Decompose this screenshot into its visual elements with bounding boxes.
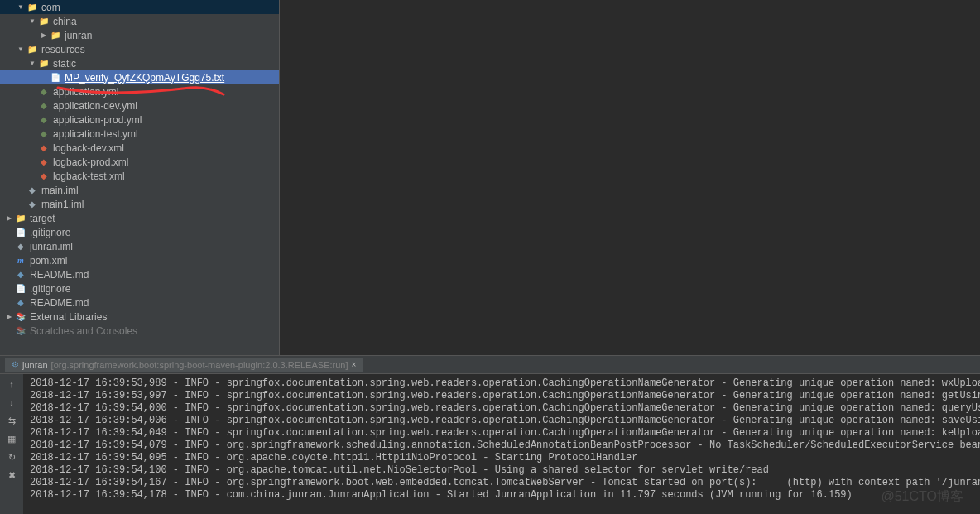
- tree-item[interactable]: ◆main.iml: [0, 183, 279, 197]
- tree-item[interactable]: ◆logback-test.xml: [0, 169, 279, 183]
- folder-icon: 📁: [50, 30, 61, 41]
- yml-icon: ◆: [38, 114, 50, 126]
- expand-arrow-icon[interactable]: ▶: [40, 31, 48, 39]
- xml-icon: ◆: [38, 156, 50, 168]
- editor-area: [280, 0, 980, 355]
- tree-item[interactable]: ▶📚External Libraries: [0, 310, 279, 324]
- tree-item[interactable]: ◆logback-prod.xml: [0, 155, 279, 169]
- console-gutter: ↑↓⇆▦↻✖: [0, 374, 23, 514]
- ext-icon: 📚: [15, 311, 26, 323]
- tree-item-label: junran.iml: [30, 241, 73, 252]
- expand-arrow-icon[interactable]: ▼: [17, 46, 25, 53]
- tree-item-label: README.md: [30, 297, 89, 309]
- close-icon[interactable]: ×: [351, 360, 356, 369]
- expand-arrow-icon[interactable]: ▼: [17, 3, 25, 11]
- tree-item[interactable]: ◆application-test.yml: [0, 127, 279, 141]
- tree-item-label: junran: [65, 30, 92, 41]
- ext-icon: 📚: [15, 325, 26, 337]
- expand-arrow-icon[interactable]: ▼: [28, 17, 36, 25]
- md-icon: ◆: [15, 297, 26, 309]
- yml-icon: ◆: [38, 86, 50, 98]
- tree-item-label: resources: [41, 44, 85, 55]
- tree-item-label: External Libraries: [30, 311, 107, 323]
- tree-item-label: README.md: [30, 269, 89, 281]
- gutter-button[interactable]: ↻: [5, 450, 18, 464]
- tree-item[interactable]: ◆logback-dev.xml: [0, 141, 279, 155]
- tree-item[interactable]: ◆README.md: [0, 267, 279, 281]
- tree-item-label: logback-prod.xml: [53, 156, 128, 168]
- expand-arrow-icon[interactable]: ▶: [5, 313, 13, 320]
- iml-icon: ◆: [15, 241, 26, 252]
- gutter-button[interactable]: ⇆: [5, 414, 18, 427]
- expand-arrow-icon[interactable]: ▶: [5, 214, 13, 222]
- file-icon: 📄: [15, 227, 26, 238]
- project-tree[interactable]: ▼📁com▼📁china▶📁junran▼📁resources▼📁static📄…: [0, 0, 280, 355]
- tree-item[interactable]: ◆application.yml: [0, 84, 279, 98]
- tree-item[interactable]: 📄MP_verify_QyfZKQpmAyTGgg75.txt: [0, 70, 279, 84]
- gutter-button[interactable]: ↑: [5, 377, 18, 391]
- tree-item-label: china: [53, 16, 77, 27]
- tree-item-label: com: [41, 2, 60, 13]
- folder-icon: 📁: [38, 58, 50, 70]
- tree-item[interactable]: ▼📁resources: [0, 42, 279, 56]
- tree-item[interactable]: 📄.gitignore: [0, 225, 279, 239]
- tree-item-label: .gitignore: [30, 227, 70, 238]
- tree-item-label: application-prod.yml: [53, 114, 142, 126]
- tree-item[interactable]: 📚Scratches and Consoles: [0, 324, 279, 338]
- tree-item[interactable]: 📄.gitignore: [0, 281, 279, 295]
- console-panel: ⚙ junran [org.springframework.boot:sprin…: [0, 355, 980, 514]
- folder-icon: 📁: [38, 16, 50, 27]
- tree-item[interactable]: ▼📁china: [0, 14, 279, 28]
- tree-item-label: MP_verify_QyfZKQpmAyTGgg75.txt: [65, 72, 224, 84]
- yml-icon: ◆: [38, 128, 50, 140]
- tree-item-label: target: [30, 213, 55, 224]
- yml-icon: ◆: [38, 100, 50, 112]
- iml-icon: ◆: [26, 199, 38, 210]
- gutter-button[interactable]: ↓: [5, 396, 18, 409]
- iml-icon: ◆: [26, 185, 38, 196]
- xml-icon: ◆: [38, 142, 50, 154]
- tree-item-label: main.iml: [41, 185, 79, 196]
- expand-arrow-icon[interactable]: ▼: [28, 60, 36, 67]
- xml-icon: ◆: [38, 171, 50, 182]
- tree-item[interactable]: ◆application-prod.yml: [0, 113, 279, 127]
- tree-item-label: application-dev.yml: [53, 100, 137, 112]
- tree-item[interactable]: ◆junran.iml: [0, 239, 279, 253]
- tree-item-label: application.yml: [53, 86, 118, 98]
- file-icon: 📄: [15, 283, 26, 295]
- tree-item[interactable]: ▶📁junran: [0, 28, 279, 42]
- file-icon: 📄: [50, 72, 61, 84]
- tree-item-label: logback-dev.xml: [53, 142, 124, 154]
- tree-item[interactable]: ◆main1.iml: [0, 197, 279, 211]
- md-icon: ◆: [15, 269, 26, 281]
- tree-item-label: application-test.yml: [53, 128, 138, 140]
- folder-res-icon: 📁: [26, 44, 38, 55]
- tree-item[interactable]: ◆application-dev.yml: [0, 98, 279, 113]
- gutter-button[interactable]: ✖: [5, 468, 18, 482]
- tree-item-label: logback-test.xml: [53, 171, 125, 182]
- tree-item-label: Scratches and Consoles: [30, 325, 137, 337]
- folder-icon: 📁: [26, 2, 38, 13]
- console-log[interactable]: 2018-12-17 16:39:53,989 - INFO - springf…: [23, 374, 980, 514]
- gutter-button[interactable]: ▦: [5, 432, 18, 445]
- tree-item-label: static: [53, 58, 76, 70]
- console-tab-bar: ⚙ junran [org.springframework.boot:sprin…: [0, 356, 980, 374]
- tree-item[interactable]: ▼📁static: [0, 56, 279, 70]
- m-icon: m: [15, 255, 26, 267]
- console-tab-name: junran: [22, 360, 48, 370]
- tree-item[interactable]: ▼📁com: [0, 0, 279, 14]
- tree-item-label: main1.iml: [41, 199, 84, 210]
- tree-item[interactable]: mpom.xml: [0, 253, 279, 267]
- tree-item[interactable]: ◆README.md: [0, 295, 279, 310]
- tree-item[interactable]: ▶📁target: [0, 211, 279, 225]
- console-tab-detail: [org.springframework.boot:spring-boot-ma…: [51, 360, 348, 370]
- console-tab-run[interactable]: ⚙ junran [org.springframework.boot:sprin…: [5, 358, 363, 372]
- folder-target-icon: 📁: [15, 213, 26, 224]
- tree-item-label: pom.xml: [30, 255, 67, 267]
- tree-item-label: .gitignore: [30, 283, 70, 295]
- gear-icon: ⚙: [12, 360, 19, 369]
